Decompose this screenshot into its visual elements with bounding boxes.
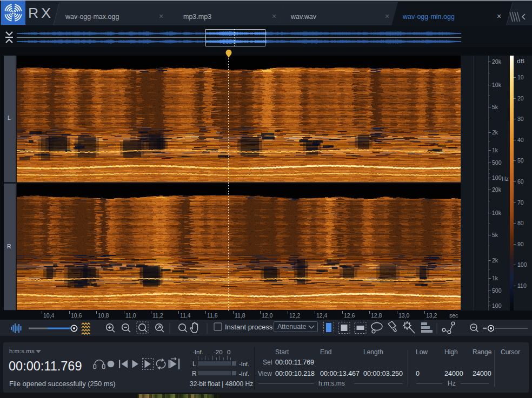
svg-text:Instant process: Instant process (225, 323, 273, 331)
svg-text:Attenuate: Attenuate (277, 323, 307, 330)
